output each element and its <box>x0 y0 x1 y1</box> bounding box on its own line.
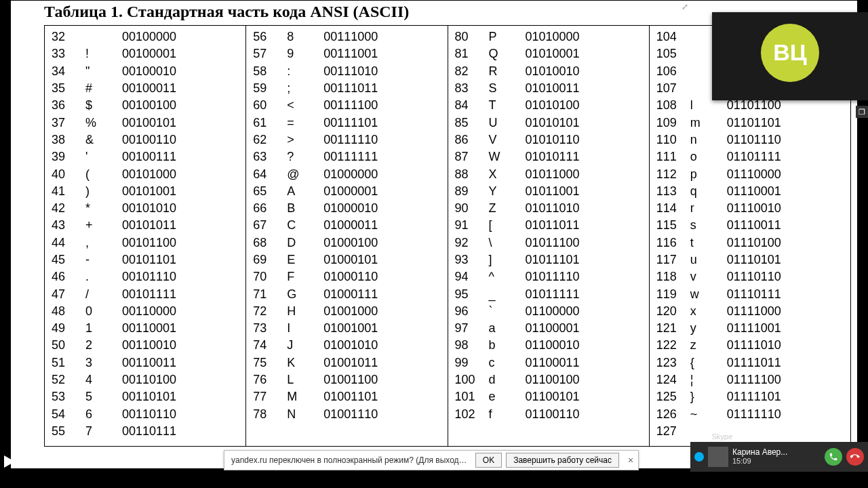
cell-binary: 01011100 <box>523 236 649 250</box>
table-row: 85U01010101 <box>448 114 649 131</box>
cell-binary: 01010001 <box>523 47 649 61</box>
cell-char: V <box>489 133 523 147</box>
table-row: 38&00100110 <box>45 131 245 148</box>
cell-binary: 01111100 <box>724 373 850 387</box>
popout-icon[interactable]: ❐ <box>856 106 868 118</box>
table-row: 68D01000100 <box>246 235 447 251</box>
cell-decimal: 69 <box>246 253 287 267</box>
cell-decimal: 74 <box>246 338 287 352</box>
ok-button[interactable]: OK <box>475 453 502 468</box>
table-row: 57900111001 <box>246 45 447 62</box>
table-row: 118v01110110 <box>650 268 850 285</box>
table-row: 33!00100001 <box>45 45 245 62</box>
table-row: 74J01001010 <box>246 337 447 354</box>
close-icon[interactable]: × <box>623 455 638 466</box>
table-row: 100d01100100 <box>448 371 649 388</box>
table-row: 84T01010100 <box>448 97 649 114</box>
table-row: 53500110101 <box>45 388 245 405</box>
expand-icon[interactable]: ⤢ <box>678 1 692 12</box>
cell-decimal: 41 <box>45 184 85 199</box>
table-row: 86V01010110 <box>448 131 649 148</box>
cell-binary: 01011001 <box>523 184 649 199</box>
cell-decimal: 122 <box>650 338 690 352</box>
cell-binary: 01110110 <box>724 270 850 284</box>
cell-binary: 00111001 <box>321 47 447 61</box>
cell-decimal: 86 <box>448 133 489 147</box>
table-row: 43+00101011 <box>45 217 245 234</box>
cell-decimal: 110 <box>650 133 690 147</box>
cell-char: * <box>85 201 119 216</box>
cell-char: { <box>690 356 724 370</box>
cell-binary: 00101101 <box>119 253 245 267</box>
cell-decimal: 45 <box>45 253 85 267</box>
table-row: 110n01101110 <box>650 131 850 148</box>
cell-binary: 01010101 <box>523 116 649 130</box>
table-row: 35#00100011 <box>45 80 245 97</box>
table-row: 39'00100111 <box>45 148 245 165</box>
cell-decimal: 42 <box>45 201 85 216</box>
accept-call-button[interactable] <box>825 448 842 466</box>
cell-binary: 00100000 <box>119 30 245 44</box>
cell-binary: 00110000 <box>119 304 245 319</box>
cell-binary: 01110111 <box>724 287 850 302</box>
decline-call-button[interactable] <box>846 448 864 466</box>
table-row: 41)00101001 <box>45 183 245 200</box>
cell-decimal: 85 <box>448 116 489 130</box>
table-row: 75K01001011 <box>246 354 447 371</box>
cell-char: . <box>85 270 119 284</box>
skype-icon <box>694 452 704 462</box>
table-row: 109m01101101 <box>650 114 850 131</box>
cell-decimal: 47 <box>45 287 85 302</box>
play-button[interactable] <box>4 455 15 468</box>
cell-decimal: 34 <box>45 64 85 79</box>
table-row: 64@01000000 <box>246 165 447 182</box>
table-row: 123{01111011 <box>650 354 850 371</box>
cell-binary: 01001000 <box>321 304 447 319</box>
cell-binary: 01110000 <box>724 167 850 182</box>
cell-char: % <box>85 116 119 130</box>
cell-char: ( <box>85 167 119 182</box>
cell-binary: 01011010 <box>523 201 649 216</box>
cell-binary: 01101111 <box>724 150 850 164</box>
end-session-button[interactable]: Завершить работу сейчас <box>506 453 619 468</box>
table-row: 91[01011011 <box>448 217 649 234</box>
cell-char: R <box>489 64 523 79</box>
cell-decimal: 95 <box>448 287 489 302</box>
table-row: 50200110010 <box>45 337 245 354</box>
cell-char: < <box>287 98 321 113</box>
video-call-overlay[interactable]: ВЦ <box>712 12 868 100</box>
table-row: 81Q01010001 <box>448 45 649 62</box>
cell-binary: 01111011 <box>724 356 850 370</box>
cell-char: l <box>690 98 724 113</box>
cell-decimal: 50 <box>45 338 85 352</box>
cell-decimal: 105 <box>650 47 690 61</box>
cell-binary: 01001011 <box>321 356 447 370</box>
table-row: 61=00111101 <box>246 114 447 131</box>
cell-decimal: 106 <box>650 64 690 79</box>
skype-call-toast[interactable]: Карина Авер... 15:09 <box>690 442 868 472</box>
table-row: 46.00101110 <box>45 268 245 285</box>
cell-decimal: 111 <box>650 150 690 164</box>
cell-char: @ <box>287 167 321 182</box>
notification-text: yandex.ru переключен в полноэкранный реж… <box>224 455 475 465</box>
cell-char: b <box>489 338 523 352</box>
cell-decimal: 51 <box>45 356 85 370</box>
table-row: 96`01100000 <box>448 303 649 320</box>
table-row: 67C01000011 <box>246 217 447 234</box>
cell-decimal: 75 <box>246 356 287 370</box>
cell-char: \ <box>489 236 523 250</box>
table-row: 34"00100010 <box>45 63 245 80</box>
cell-binary: 00111000 <box>321 30 447 44</box>
table-row: 54600110110 <box>45 406 245 423</box>
call-time: 15:09 <box>732 457 821 466</box>
cell-char: T <box>489 98 523 113</box>
cell-char: q <box>690 184 724 199</box>
cell-char: W <box>489 150 523 164</box>
cell-char: n <box>690 133 724 147</box>
cell-decimal: 100 <box>448 373 489 387</box>
cell-binary: 01101101 <box>724 116 850 130</box>
cell-char: F <box>287 270 321 284</box>
cell-char: 8 <box>287 30 321 44</box>
cell-decimal: 89 <box>448 184 489 199</box>
cell-decimal: 98 <box>448 338 489 352</box>
